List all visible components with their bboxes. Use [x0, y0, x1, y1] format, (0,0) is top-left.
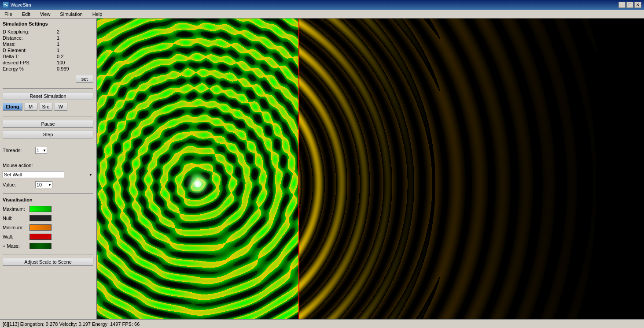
- left-panel: Simulation Settings D Kopplung: 2 Distan…: [0, 19, 97, 319]
- title-bar: WaveSim ─ □ ✕: [0, 0, 644, 10]
- separator-3: [3, 143, 93, 143]
- minimize-button[interactable]: ─: [618, 2, 626, 8]
- color-row-maximum: Maximum:: [3, 206, 93, 212]
- separator-2: [3, 116, 93, 116]
- label-energy: Energy %: [3, 66, 55, 71]
- separator-5: [3, 193, 93, 194]
- mouse-action-select-wrapper: Set Wall Set Source Set Mass: [3, 171, 93, 178]
- visualisation-title: Visualisation: [3, 197, 93, 202]
- color-row-minimum: Minimum:: [3, 224, 93, 231]
- maximize-button[interactable]: □: [626, 2, 633, 8]
- close-button[interactable]: ✕: [634, 2, 641, 8]
- menu-item-edit[interactable]: Edit: [19, 11, 33, 18]
- mouse-action-select[interactable]: Set Wall Set Source Set Mass: [3, 171, 64, 178]
- value-row: Value: 10 20 50 100: [3, 181, 93, 188]
- menu-item-file[interactable]: File: [2, 11, 15, 18]
- separator-1: [3, 88, 93, 89]
- color-swatch-null[interactable]: [29, 215, 52, 221]
- menu-item-simulation[interactable]: Simulation: [57, 11, 85, 18]
- threads-label: Threads:: [3, 148, 33, 153]
- menu-bar: FileEditViewSimulationHelp: [0, 10, 644, 19]
- color-label-minimum: Minimum:: [3, 225, 27, 230]
- label-dkopplung: D Kopplung:: [3, 29, 55, 34]
- label-mass: Mass:: [3, 41, 55, 47]
- mouse-action-label: Mouse action:: [3, 163, 33, 168]
- color-label-null: Null:: [3, 216, 27, 221]
- step-button[interactable]: Step: [3, 130, 93, 138]
- color-label-wall: Wall:: [3, 234, 27, 239]
- settings-grid: D Kopplung: 2 Distance: 1 Mass: 1 D Elem…: [3, 29, 93, 71]
- window-title: WaveSim: [11, 2, 31, 7]
- threads-select[interactable]: 1 2 4 8: [35, 147, 47, 154]
- canvas-area[interactable]: [97, 19, 644, 319]
- label-deltat: Delta T:: [3, 54, 55, 59]
- value-distance: 1: [57, 35, 93, 41]
- value-label: Value:: [3, 182, 33, 187]
- color-swatch-minimum[interactable]: [29, 224, 52, 231]
- mouse-action-row: Set Wall Set Source Set Mass: [3, 171, 93, 178]
- w-button[interactable]: W: [54, 103, 67, 111]
- m-button[interactable]: M: [24, 103, 37, 111]
- color-label-maximum: Maximum:: [3, 206, 27, 212]
- value-mass: 1: [57, 41, 93, 47]
- separator-4: [3, 159, 93, 159]
- app-icon: [3, 2, 9, 8]
- color-label-mass: + Mass:: [3, 243, 27, 249]
- pause-button[interactable]: Pause: [3, 120, 93, 128]
- section-title-settings: Simulation Settings: [3, 21, 93, 26]
- color-row-wall: Wall:: [3, 234, 93, 240]
- mode-buttons: Elong M Src W: [3, 103, 93, 111]
- separator-6: [3, 254, 93, 254]
- src-button[interactable]: Src: [39, 103, 53, 111]
- label-delement: D Element:: [3, 48, 55, 53]
- color-row-null: Null:: [3, 215, 93, 221]
- label-fps: desired FPS:: [3, 60, 55, 65]
- menu-item-view[interactable]: View: [37, 11, 53, 18]
- label-distance: Distance:: [3, 35, 55, 41]
- adjust-scale-button[interactable]: Adjust Scale to Scene: [3, 258, 93, 266]
- set-button[interactable]: set: [76, 75, 93, 83]
- color-swatch-wall[interactable]: [29, 234, 52, 240]
- color-swatch-maximum[interactable]: [29, 206, 52, 212]
- value-select-wrapper: 10 20 50 100: [35, 181, 52, 188]
- value-select[interactable]: 10 20 50 100: [35, 181, 52, 188]
- color-swatch-mass[interactable]: [29, 243, 52, 249]
- menu-item-help[interactable]: Help: [90, 11, 105, 18]
- window-controls: ─ □ ✕: [618, 2, 641, 8]
- value-fps: 100: [57, 60, 93, 65]
- wave-canvas[interactable]: [97, 19, 644, 319]
- status-text: [6][113] Elongation: 0.278 Velocity: 0.1…: [3, 321, 140, 327]
- threads-select-wrapper: 1 2 4 8: [35, 147, 47, 154]
- reset-simulation-button[interactable]: Reset Simulation: [3, 92, 93, 100]
- value-deltat: 0.2: [57, 54, 93, 59]
- elong-button[interactable]: Elong: [3, 103, 22, 111]
- mouse-action-label-row: Mouse action:: [3, 163, 93, 168]
- threads-row: Threads: 1 2 4 8: [3, 147, 93, 154]
- status-bar: [6][113] Elongation: 0.278 Velocity: 0.1…: [0, 319, 644, 328]
- color-row-mass: + Mass:: [3, 243, 93, 249]
- value-dkopplung: 2: [57, 29, 93, 34]
- value-energy: 0.969: [57, 66, 93, 71]
- value-delement: 1: [57, 48, 93, 53]
